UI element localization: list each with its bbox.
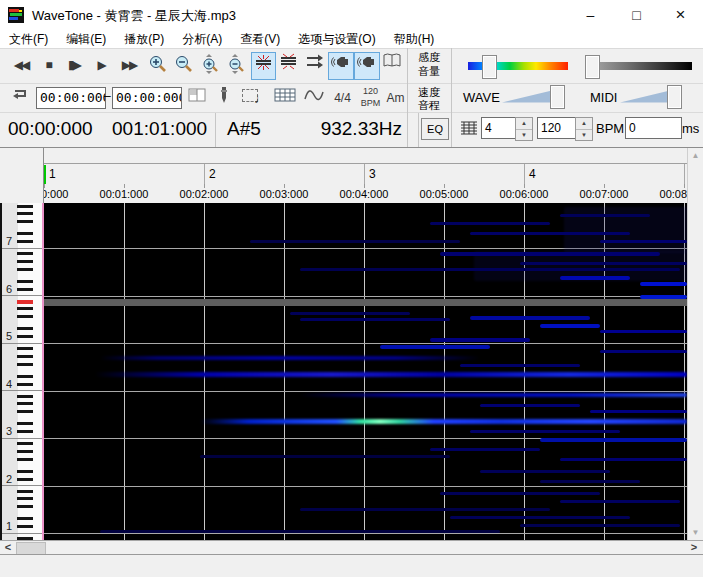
menu-item-6[interactable]: 帮助(H) xyxy=(385,30,444,48)
meter-button[interactable]: 4/4 xyxy=(330,86,355,112)
stop-button[interactable]: ■ xyxy=(37,52,59,78)
black-key[interactable] xyxy=(17,517,33,520)
horizontal-scrollbar[interactable]: < > xyxy=(0,540,703,554)
midi-speed-slider-track[interactable] xyxy=(620,89,672,104)
waveform-view-button[interactable] xyxy=(302,87,326,113)
black-key[interactable] xyxy=(17,232,33,235)
sensitivity-slider-thumb[interactable] xyxy=(482,55,497,79)
active-note-key[interactable] xyxy=(17,300,33,304)
bpm-field[interactable]: 120 xyxy=(537,117,576,139)
black-key[interactable] xyxy=(17,395,33,398)
tempo-button[interactable]: 120 BPM xyxy=(357,85,384,111)
bpm-stepper[interactable]: ▲▼ xyxy=(575,117,593,141)
zoom-in-vertical-button[interactable] xyxy=(199,54,223,80)
black-key[interactable] xyxy=(17,280,33,283)
collapse-rows-toggle[interactable] xyxy=(251,52,276,80)
beats-per-bar-stepper[interactable]: ▲▼ xyxy=(515,117,533,141)
note-tool-button[interactable]: ♩ xyxy=(252,86,270,112)
black-key[interactable] xyxy=(17,497,33,500)
midi-speed-slider-thumb[interactable] xyxy=(667,85,682,109)
time-ruler[interactable]: 00:00:00000:01:00000:02:00000:03:00000:0… xyxy=(44,184,687,203)
black-key[interactable] xyxy=(17,490,33,493)
zoom-in-horizontal-button[interactable] xyxy=(146,54,170,80)
black-key[interactable] xyxy=(17,252,33,255)
pause-button[interactable]: ▮▶ xyxy=(62,52,86,78)
menu-item-3[interactable]: 分析(A) xyxy=(173,30,231,48)
menu-item-2[interactable]: 播放(P) xyxy=(115,30,173,48)
scroll-up-icon[interactable]: ▲ xyxy=(688,151,703,160)
stepper-down-icon[interactable]: ▼ xyxy=(516,130,532,141)
zoom-out-horizontal-button[interactable] xyxy=(172,54,196,80)
black-key[interactable] xyxy=(17,327,33,330)
menu-item-1[interactable]: 编辑(E) xyxy=(57,30,115,48)
midi-sound-toggle[interactable] xyxy=(354,52,380,80)
black-key[interactable] xyxy=(17,505,33,508)
scroll-left-icon[interactable]: < xyxy=(0,541,16,554)
fast-forward-button[interactable]: ▶▶ xyxy=(116,52,142,78)
note-grid-button[interactable] xyxy=(272,87,298,113)
black-key[interactable] xyxy=(17,470,33,473)
black-key[interactable] xyxy=(17,402,33,405)
zoom-out-vertical-button[interactable] xyxy=(225,54,249,80)
wave-speed-slider-track[interactable] xyxy=(502,89,554,104)
stepper-down-icon[interactable]: ▼ xyxy=(576,130,592,141)
wave-speed-slider-thumb[interactable] xyxy=(550,85,565,109)
split-view-button[interactable] xyxy=(186,87,208,113)
black-key[interactable] xyxy=(17,525,33,528)
black-key[interactable] xyxy=(17,315,33,318)
black-key[interactable] xyxy=(17,383,33,386)
black-key[interactable] xyxy=(17,288,33,291)
bar-ruler[interactable]: 1234 xyxy=(44,163,687,185)
pen-tool-button[interactable] xyxy=(214,86,234,112)
black-key[interactable] xyxy=(17,205,33,208)
maximize-icon[interactable]: □ xyxy=(614,0,659,30)
black-key[interactable] xyxy=(17,422,33,425)
black-key[interactable] xyxy=(17,430,33,433)
scroll-down-icon[interactable]: ▼ xyxy=(688,528,703,537)
menu-item-5[interactable]: 选项与设置(O) xyxy=(289,30,384,48)
score-book-button[interactable] xyxy=(380,52,404,78)
black-key[interactable] xyxy=(17,240,33,243)
rewind-button[interactable]: ◀◀ xyxy=(8,52,34,78)
black-key[interactable] xyxy=(17,458,33,461)
stepper-up-icon[interactable]: ▲ xyxy=(516,118,532,130)
black-key[interactable] xyxy=(17,268,33,271)
menu-item-0[interactable]: 文件(F) xyxy=(0,30,57,48)
minimize-icon[interactable]: – xyxy=(568,0,613,30)
expand-rows-toggle[interactable] xyxy=(277,52,300,78)
black-key[interactable] xyxy=(17,375,33,378)
follow-arrows-toggle[interactable] xyxy=(303,52,326,78)
black-key[interactable] xyxy=(17,212,33,215)
black-key[interactable] xyxy=(17,335,33,338)
close-icon[interactable]: × xyxy=(658,0,703,30)
black-key[interactable] xyxy=(17,260,33,263)
black-key[interactable] xyxy=(17,355,33,358)
stepper-up-icon[interactable]: ▲ xyxy=(576,118,592,130)
volume-slider-track[interactable] xyxy=(585,62,692,70)
title-bar[interactable]: WaveTone - 黄霄雲 - 星辰大海.mp3 – □ × xyxy=(0,0,703,30)
black-key[interactable] xyxy=(17,478,33,481)
piano-keyboard[interactable]: 7654321 xyxy=(0,203,44,540)
black-key[interactable] xyxy=(17,450,33,453)
wave-sound-toggle[interactable] xyxy=(328,52,354,80)
eq-button[interactable]: EQ xyxy=(421,118,449,140)
menu-item-4[interactable]: 查看(V) xyxy=(231,30,289,48)
black-key[interactable] xyxy=(17,410,33,413)
black-key[interactable] xyxy=(17,347,33,350)
black-key[interactable] xyxy=(17,220,33,223)
playhead-marker[interactable] xyxy=(44,165,46,185)
play-button[interactable]: ▶ xyxy=(90,52,112,78)
black-key[interactable] xyxy=(17,363,33,366)
volume-slider-thumb[interactable] xyxy=(585,55,600,79)
black-key[interactable] xyxy=(17,307,33,310)
scroll-right-icon[interactable]: > xyxy=(686,541,702,554)
selection-start-field[interactable]: 00:00:000 xyxy=(36,87,106,109)
offset-ms-field[interactable]: 0 xyxy=(625,117,682,139)
beats-per-bar-field[interactable]: 4 xyxy=(481,117,516,139)
spectrogram-canvas[interactable] xyxy=(44,203,687,540)
key-button[interactable]: Am xyxy=(386,86,405,112)
loop-button[interactable] xyxy=(8,86,32,112)
selection-end-field[interactable]: 00:00:000 xyxy=(112,87,182,109)
vertical-scrollbar[interactable]: ▲ ▼ xyxy=(687,148,703,540)
black-key[interactable] xyxy=(17,442,33,445)
